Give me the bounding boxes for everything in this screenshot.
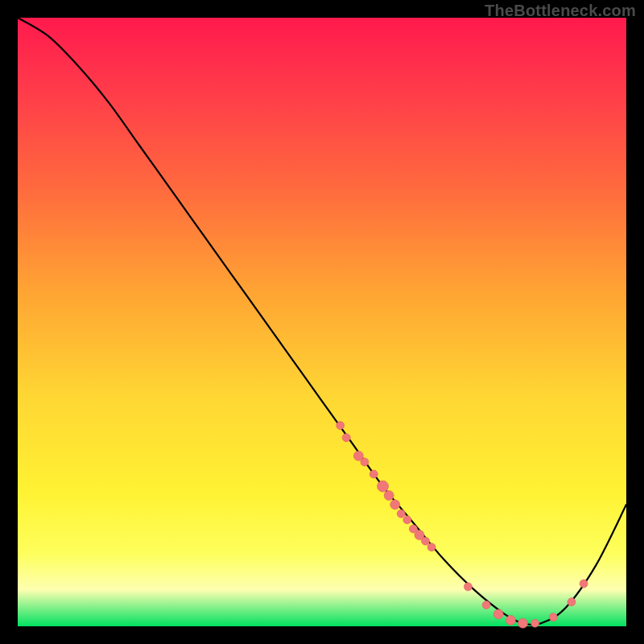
attribution-text: TheBottleneck.com <box>485 2 636 20</box>
data-markers <box>336 422 588 629</box>
data-marker <box>422 537 430 545</box>
chart-svg <box>18 18 626 626</box>
chart-frame <box>18 18 626 626</box>
data-marker <box>493 609 503 619</box>
data-marker <box>336 422 345 430</box>
data-marker <box>482 601 490 609</box>
data-marker <box>531 619 539 627</box>
data-marker <box>580 580 588 588</box>
data-marker <box>369 470 378 478</box>
bottleneck-curve <box>18 18 626 625</box>
data-marker <box>518 618 527 628</box>
data-marker <box>464 583 472 591</box>
data-marker <box>390 500 400 510</box>
data-marker <box>342 434 350 442</box>
data-marker <box>549 613 557 621</box>
data-marker <box>361 458 369 466</box>
data-marker <box>506 615 515 625</box>
data-marker <box>397 510 405 518</box>
data-marker <box>403 516 411 524</box>
data-marker <box>384 490 394 500</box>
data-marker <box>568 598 576 606</box>
data-marker <box>427 543 436 551</box>
data-marker <box>378 481 389 492</box>
